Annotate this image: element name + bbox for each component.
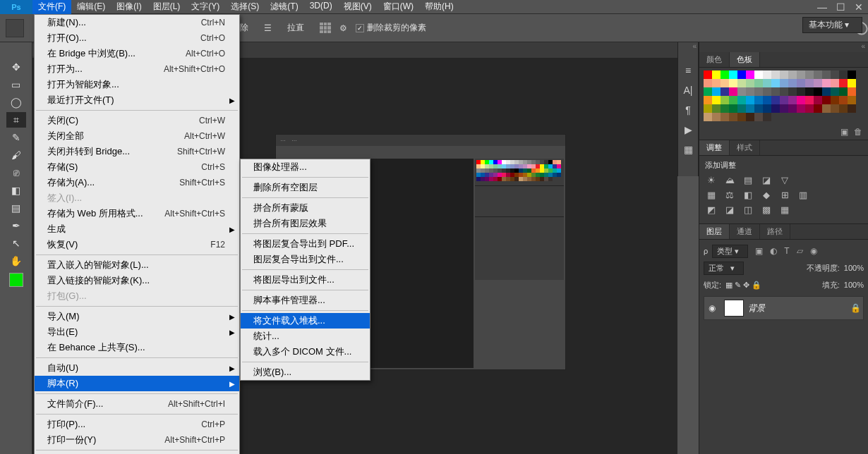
brush-tool-icon[interactable]: 🖌 xyxy=(6,147,26,163)
swatch[interactable] xyxy=(771,70,780,79)
swatch[interactable] xyxy=(704,79,712,87)
move-tool-icon[interactable]: ✥ xyxy=(6,59,26,75)
swatch[interactable] xyxy=(712,113,721,121)
swatch[interactable] xyxy=(848,70,856,79)
adjustments-row-1[interactable]: ☀⛰▤◪▽ xyxy=(705,175,862,185)
swatch[interactable] xyxy=(822,96,831,104)
swatch[interactable] xyxy=(805,70,814,79)
swatch[interactable] xyxy=(754,79,763,87)
grid-icon[interactable] xyxy=(320,23,331,34)
swatch[interactable] xyxy=(704,104,712,113)
menu-item[interactable]: 浏览(B)... xyxy=(241,364,370,380)
menu-item[interactable]: 存储为 Web 所用格式...Alt+Shift+Ctrl+S xyxy=(35,206,239,221)
swatch[interactable] xyxy=(780,79,788,87)
workspace-selector[interactable]: 基本功能 ▾ xyxy=(802,17,862,33)
menu-item[interactable]: 将文件载入堆栈... xyxy=(241,313,370,329)
swatch[interactable] xyxy=(788,87,797,96)
menu-item[interactable]: 拼合所有图层效果 xyxy=(241,216,370,231)
marquee-tool-icon[interactable]: ▭ xyxy=(6,77,26,92)
swatch[interactable] xyxy=(822,70,831,79)
swatch[interactable] xyxy=(712,79,721,87)
menu-item[interactable]: 打印一份(Y)Alt+Shift+Ctrl+P xyxy=(35,432,239,448)
swatch[interactable] xyxy=(721,70,729,79)
swatch[interactable] xyxy=(737,79,746,87)
swatch[interactable] xyxy=(763,87,771,96)
swatch[interactable] xyxy=(797,70,805,79)
close-button[interactable]: ✕ xyxy=(850,0,868,14)
swatch[interactable] xyxy=(780,87,788,96)
swatch[interactable] xyxy=(848,96,856,104)
menu-item[interactable]: 脚本事件管理器... xyxy=(241,293,370,308)
color-tab[interactable]: 颜色 xyxy=(699,52,730,67)
swatch[interactable] xyxy=(831,79,839,87)
swatch[interactable] xyxy=(746,113,754,121)
menu-1[interactable]: 编辑(E) xyxy=(71,0,111,14)
menu-5[interactable]: 选择(S) xyxy=(225,0,265,14)
menu-item[interactable]: 打印(P)...Ctrl+P xyxy=(35,417,239,432)
swatch[interactable] xyxy=(746,79,754,87)
options-icon[interactable]: ☰ xyxy=(264,23,272,33)
new-swatch-icon[interactable]: ▣ xyxy=(840,127,848,137)
eyedropper-tool-icon[interactable]: ✎ xyxy=(6,130,26,145)
swatch[interactable] xyxy=(721,79,729,87)
menu-item[interactable]: 恢复(V)F12 xyxy=(35,237,239,252)
swatch[interactable] xyxy=(788,96,797,104)
crop-tool-icon[interactable]: ⌗ xyxy=(6,112,26,128)
menu-item[interactable]: 生成▶ xyxy=(35,221,239,237)
menu-item[interactable]: 载入多个 DICOM 文件... xyxy=(241,344,370,360)
swatch[interactable] xyxy=(737,87,746,96)
menu-0[interactable]: 文件(F) xyxy=(32,0,71,14)
swatch[interactable] xyxy=(729,104,737,113)
channels-tab[interactable]: 通道 xyxy=(730,224,760,239)
swatch[interactable] xyxy=(805,96,814,104)
hand-tool-icon[interactable]: ✋ xyxy=(6,253,26,269)
layers-tab[interactable]: 图层 xyxy=(699,224,730,239)
filter-kind-select[interactable]: 类型 ▾ xyxy=(712,245,748,258)
swatch[interactable] xyxy=(754,104,763,113)
menu-item[interactable]: 删除所有空图层 xyxy=(241,180,370,195)
layer-name[interactable]: 背景 xyxy=(748,302,850,314)
swatch[interactable] xyxy=(848,87,856,96)
swatch[interactable] xyxy=(729,113,737,121)
straighten-button[interactable]: 拉直 xyxy=(280,20,311,35)
swatch[interactable] xyxy=(805,79,814,87)
stamp-tool-icon[interactable]: ⎚ xyxy=(6,165,26,180)
info-panel-icon[interactable]: ▦ xyxy=(680,141,697,158)
current-tool-icon[interactable] xyxy=(6,19,24,37)
swatch[interactable] xyxy=(704,113,712,121)
path-tool-icon[interactable]: ↖ xyxy=(6,235,26,251)
swatches-tab[interactable]: 色板 xyxy=(730,52,760,67)
swatch[interactable] xyxy=(848,104,856,113)
swatch[interactable] xyxy=(704,70,712,79)
swatch[interactable] xyxy=(763,104,771,113)
layer-thumbnail[interactable] xyxy=(724,300,744,317)
swatch[interactable] xyxy=(771,87,780,96)
dock-collapse-icon[interactable]: « xyxy=(677,42,699,52)
swatch[interactable] xyxy=(771,79,780,87)
fill-value[interactable]: 100% xyxy=(844,281,864,289)
swatch[interactable] xyxy=(814,70,822,79)
layer-row-background[interactable]: ◉ 背景 🔒 xyxy=(704,296,864,320)
swatch[interactable] xyxy=(746,96,754,104)
menu-7[interactable]: 3D(D) xyxy=(304,0,338,14)
swatch[interactable] xyxy=(729,70,737,79)
swatch[interactable] xyxy=(737,113,746,121)
menu-6[interactable]: 滤镜(T) xyxy=(265,0,303,14)
menu-item[interactable]: 新建(N)...Ctrl+N xyxy=(35,15,239,30)
blend-mode-select[interactable]: 正常 ▾ xyxy=(704,262,744,275)
menu-item[interactable]: 关闭全部Alt+Ctrl+W xyxy=(35,128,239,144)
lock-icon[interactable]: 🔒 xyxy=(850,303,863,313)
menu-4[interactable]: 文字(Y) xyxy=(186,0,225,14)
swatch[interactable] xyxy=(814,96,822,104)
swatch[interactable] xyxy=(746,104,754,113)
swatch[interactable] xyxy=(712,87,721,96)
swatch[interactable] xyxy=(797,96,805,104)
swatch[interactable] xyxy=(721,113,729,121)
actions-panel-icon[interactable]: ▶ xyxy=(680,121,697,138)
menu-item[interactable]: 存储为(A)...Shift+Ctrl+S xyxy=(35,175,239,190)
swatch[interactable] xyxy=(721,87,729,96)
swatch[interactable] xyxy=(839,70,848,79)
swatch[interactable] xyxy=(822,87,831,96)
swatch[interactable] xyxy=(746,87,754,96)
swatch[interactable] xyxy=(797,87,805,96)
